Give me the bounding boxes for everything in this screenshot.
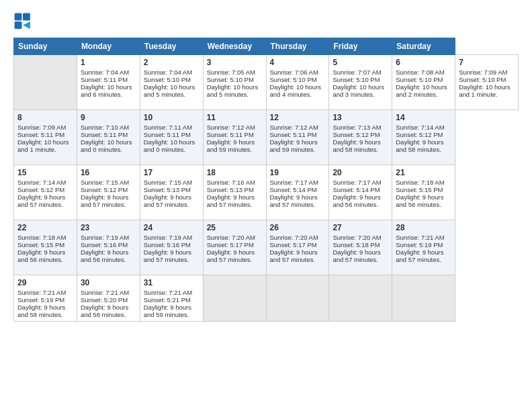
- day-cell-18: 18Sunrise: 7:16 AMSunset: 5:13 PMDayligh…: [203, 165, 266, 220]
- day-cell-19: 19Sunrise: 7:17 AMSunset: 5:14 PMDayligh…: [266, 165, 329, 220]
- day-number: 20: [332, 168, 388, 177]
- empty-cell: [329, 275, 392, 322]
- sunset: Sunset: 5:18 PM: [332, 241, 380, 248]
- day-cell-9: 9Sunrise: 7:10 AMSunset: 5:11 PMDaylight…: [77, 110, 140, 165]
- daylight-label: Daylight: 9 hours and 57 minutes.: [17, 193, 65, 208]
- sunrise: Sunrise: 7:18 AM: [396, 179, 444, 186]
- day-number: 21: [396, 168, 451, 177]
- day-cell-8: 8Sunrise: 7:09 AMSunset: 5:11 PMDaylight…: [14, 110, 77, 165]
- day-cell-16: 16Sunrise: 7:15 AMSunset: 5:12 PMDayligh…: [77, 165, 140, 220]
- day-number: 13: [332, 113, 388, 122]
- sunset: Sunset: 5:13 PM: [144, 186, 191, 193]
- sunrise: Sunrise: 7:21 AM: [396, 234, 444, 241]
- sunset: Sunset: 5:11 PM: [270, 131, 317, 138]
- day-cell-25: 25Sunrise: 7:20 AMSunset: 5:17 PMDayligh…: [203, 220, 266, 275]
- daylight-label: Daylight: 9 hours and 59 minutes.: [144, 304, 191, 318]
- calendar-table: SundayMondayTuesdayWednesdayThursdayFrid…: [13, 38, 519, 322]
- sunset: Sunset: 5:12 PM: [81, 186, 128, 193]
- sunrise: Sunrise: 7:18 AM: [17, 234, 66, 241]
- day-cell-21: 21Sunrise: 7:18 AMSunset: 5:15 PMDayligh…: [392, 165, 455, 220]
- sunrise: Sunrise: 7:16 AM: [207, 179, 255, 186]
- daylight-label: Daylight: 9 hours and 57 minutes.: [270, 248, 318, 263]
- day-number: 29: [17, 278, 73, 287]
- sunset: Sunset: 5:14 PM: [270, 186, 317, 193]
- day-cell-2: 2Sunrise: 7:04 AMSunset: 5:10 PMDaylight…: [140, 55, 203, 110]
- sunset: Sunset: 5:10 PM: [144, 76, 191, 83]
- day-number: 17: [144, 168, 200, 177]
- day-cell-3: 3Sunrise: 7:05 AMSunset: 5:10 PMDaylight…: [203, 55, 266, 110]
- sunset: Sunset: 5:12 PM: [332, 131, 380, 138]
- svg-rect-1: [23, 13, 30, 21]
- sunset: Sunset: 5:10 PM: [459, 76, 506, 83]
- day-cell-23: 23Sunrise: 7:19 AMSunset: 5:16 PMDayligh…: [77, 220, 140, 275]
- sunrise: Sunrise: 7:19 AM: [144, 234, 192, 241]
- sunset: Sunset: 5:11 PM: [81, 76, 128, 83]
- day-number: 30: [81, 278, 136, 287]
- day-cell-26: 26Sunrise: 7:20 AMSunset: 5:17 PMDayligh…: [266, 220, 329, 275]
- day-cell-4: 4Sunrise: 7:06 AMSunset: 5:10 PMDaylight…: [266, 55, 329, 110]
- day-cell-7: 7Sunrise: 7:09 AMSunset: 5:10 PMDaylight…: [455, 55, 519, 110]
- sunset: Sunset: 5:16 PM: [81, 241, 128, 248]
- sunrise: Sunrise: 7:05 AM: [207, 68, 255, 76]
- daylight-label: Daylight: 10 hours and 3 minutes.: [332, 83, 384, 98]
- page: SundayMondayTuesdayWednesdayThursdayFrid…: [0, 0, 532, 411]
- day-cell-15: 15Sunrise: 7:14 AMSunset: 5:12 PMDayligh…: [14, 165, 77, 220]
- day-number: 9: [81, 113, 136, 122]
- day-number: 7: [459, 58, 515, 67]
- daylight-label: Daylight: 9 hours and 58 minutes.: [81, 304, 128, 318]
- day-cell-20: 20Sunrise: 7:17 AMSunset: 5:14 PMDayligh…: [329, 165, 392, 220]
- daylight-label: Daylight: 10 hours and 1 minute.: [17, 138, 69, 153]
- day-number: 12: [270, 113, 326, 122]
- sunrise: Sunrise: 7:15 AM: [81, 179, 129, 186]
- sunrise: Sunrise: 7:13 AM: [332, 124, 381, 131]
- daylight-label: Daylight: 10 hours and 5 minutes.: [144, 83, 195, 98]
- daylight-label: Daylight: 10 hours and 0 minutes.: [81, 138, 132, 153]
- day-number: 23: [81, 223, 136, 232]
- daylight-label: Daylight: 9 hours and 58 minutes.: [396, 138, 443, 153]
- day-cell-17: 17Sunrise: 7:15 AMSunset: 5:13 PMDayligh…: [140, 165, 203, 220]
- daylight-label: Daylight: 10 hours and 1 minute.: [459, 83, 511, 98]
- day-cell-22: 22Sunrise: 7:18 AMSunset: 5:15 PMDayligh…: [14, 220, 77, 275]
- sunrise: Sunrise: 7:12 AM: [270, 124, 318, 131]
- header-row: SundayMondayTuesdayWednesdayThursdayFrid…: [14, 38, 519, 55]
- svg-rect-2: [15, 21, 22, 29]
- daylight-label: Daylight: 9 hours and 56 minutes.: [396, 193, 443, 208]
- sunrise: Sunrise: 7:08 AM: [396, 68, 444, 76]
- col-header-sunday: Sunday: [14, 38, 77, 55]
- day-number: 11: [207, 113, 263, 122]
- daylight-label: Daylight: 9 hours and 58 minutes.: [17, 304, 65, 318]
- day-cell-27: 27Sunrise: 7:20 AMSunset: 5:18 PMDayligh…: [329, 220, 392, 275]
- sunrise: Sunrise: 7:11 AM: [144, 124, 192, 131]
- daylight-label: Daylight: 10 hours and 5 minutes.: [207, 83, 259, 98]
- day-number: 16: [81, 168, 136, 177]
- daylight-label: Daylight: 9 hours and 56 minutes.: [17, 248, 65, 263]
- sunset: Sunset: 5:12 PM: [396, 131, 443, 138]
- logo: [13, 12, 35, 31]
- svg-rect-0: [15, 13, 22, 21]
- sunset: Sunset: 5:10 PM: [207, 76, 254, 83]
- sunset: Sunset: 5:19 PM: [396, 241, 443, 248]
- sunset: Sunset: 5:11 PM: [144, 131, 191, 138]
- day-number: 10: [144, 113, 200, 122]
- day-number: 31: [144, 278, 200, 287]
- col-header-saturday: Saturday: [392, 38, 455, 55]
- day-number: 14: [396, 113, 451, 122]
- daylight-label: Daylight: 9 hours and 56 minutes.: [81, 248, 128, 263]
- week-row-5: 29Sunrise: 7:21 AMSunset: 5:19 PMDayligh…: [14, 275, 519, 322]
- header: [13, 12, 519, 31]
- day-cell-29: 29Sunrise: 7:21 AMSunset: 5:19 PMDayligh…: [14, 275, 77, 322]
- daylight-label: Daylight: 9 hours and 57 minutes.: [270, 193, 318, 208]
- sunrise: Sunrise: 7:21 AM: [17, 289, 66, 296]
- sunset: Sunset: 5:20 PM: [81, 296, 128, 304]
- day-number: 4: [270, 58, 326, 67]
- empty-cell: [203, 275, 266, 322]
- sunrise: Sunrise: 7:21 AM: [144, 289, 192, 296]
- day-number: 8: [17, 113, 73, 122]
- day-cell-11: 11Sunrise: 7:12 AMSunset: 5:11 PMDayligh…: [203, 110, 266, 165]
- daylight-label: Daylight: 10 hours and 6 minutes.: [81, 83, 132, 98]
- daylight-label: Daylight: 9 hours and 59 minutes.: [207, 138, 255, 153]
- sunset: Sunset: 5:16 PM: [144, 241, 191, 248]
- sunset: Sunset: 5:13 PM: [207, 186, 254, 193]
- daylight-label: Daylight: 9 hours and 57 minutes.: [396, 248, 443, 263]
- day-cell-10: 10Sunrise: 7:11 AMSunset: 5:11 PMDayligh…: [140, 110, 203, 165]
